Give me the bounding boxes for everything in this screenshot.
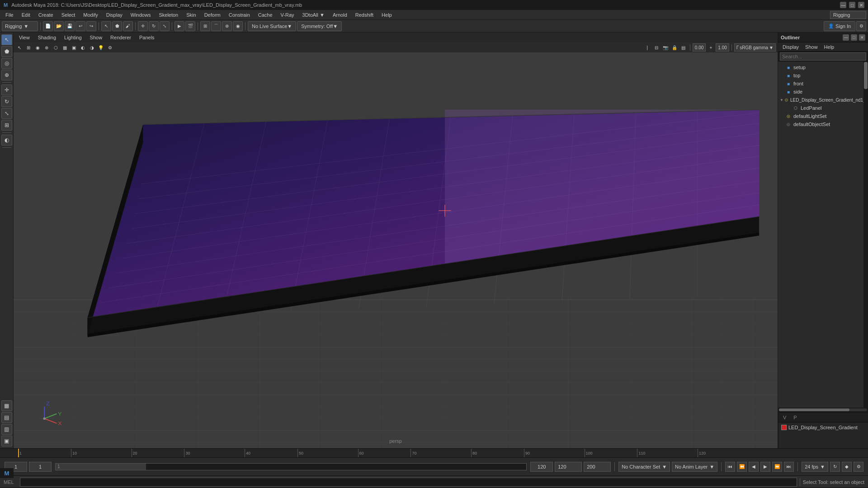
save-scene-button[interactable]: 💾 <box>65 21 75 31</box>
pb-current-field[interactable]: 1 <box>29 462 52 472</box>
vst-resolution-btn[interactable]: ▤ <box>679 43 688 52</box>
lasso-select-button[interactable]: ⬟ <box>112 21 122 31</box>
menu-vray[interactable]: V-Ray <box>277 11 298 19</box>
rotate-tool-button[interactable]: ↻ <box>149 21 159 31</box>
vst-btn-8[interactable]: ◐ <box>79 43 87 52</box>
vst-btn-9[interactable]: ◑ <box>88 43 96 52</box>
layout-button-1[interactable]: ▦ <box>1 400 12 411</box>
outliner-search-input[interactable] <box>780 52 866 61</box>
menu-create[interactable]: Create <box>35 11 57 19</box>
lasso-button[interactable]: ⬟ <box>1 46 12 57</box>
pb-end-field[interactable]: 120 <box>530 462 553 472</box>
scale-tool-button[interactable]: ⤡ <box>160 21 170 31</box>
vst-btn-6[interactable]: ▦ <box>61 43 69 52</box>
layer-v-label[interactable]: V <box>781 415 788 420</box>
vst-iso-btn[interactable]: ⊟ <box>652 43 660 52</box>
pb-field6[interactable]: 200 <box>584 462 611 472</box>
pb-field5[interactable]: 120 <box>555 462 582 472</box>
tree-item-led-panel[interactable]: ⬡ LedPanel <box>778 104 863 112</box>
layer-p-label[interactable]: P <box>792 415 798 420</box>
vst-value1[interactable]: 0.00 <box>693 43 706 52</box>
vst-btn-4[interactable]: ⊕ <box>42 43 51 52</box>
layout-button-4[interactable]: ▣ <box>1 436 12 446</box>
universal-lt-button[interactable]: ⊞ <box>1 120 12 131</box>
symmetry-button[interactable]: Symmetry: Off ▼ <box>297 21 342 31</box>
menu-windows[interactable]: Windows <box>127 11 155 19</box>
select-arrow-button[interactable]: ↖ <box>1 34 12 45</box>
timeline-ruler[interactable]: 1 10 20 30 40 50 60 70 80 90 100 110 120 <box>0 448 868 457</box>
tree-item-objset[interactable]: ◎ defaultObjectSet <box>778 120 863 128</box>
menu-select[interactable]: Select <box>58 11 79 19</box>
settings-button[interactable]: ⚙ <box>856 21 866 31</box>
no-anim-layer-dropdown[interactable]: No Anim Layer ▼ <box>672 462 717 472</box>
viewport-menu-lighting[interactable]: Lighting <box>61 34 85 41</box>
move-lt-button[interactable]: ✛ <box>1 84 12 95</box>
menu-display[interactable]: Display <box>103 11 126 19</box>
sign-in-button[interactable]: 👤 Sign In <box>824 21 855 31</box>
new-scene-button[interactable]: 📄 <box>43 21 53 31</box>
tree-item-led-display[interactable]: ▼ ⚙ LED_Display_Screen_Gradient_nd1_1 <box>778 96 863 104</box>
open-scene-button[interactable]: 📂 <box>54 21 64 31</box>
paint-select-button[interactable]: 🖌 <box>123 21 133 31</box>
paint-sel-button[interactable]: ◎ <box>1 58 12 69</box>
outliner-hscroll-thumb[interactable] <box>779 408 849 411</box>
vst-btn-11[interactable]: ⚙ <box>106 43 114 52</box>
soft-mod-button[interactable]: ◐ <box>1 135 12 145</box>
viewport-menu-show[interactable]: Show <box>87 34 105 41</box>
step-forward-button[interactable]: ⏩ <box>772 462 782 472</box>
menu-cache[interactable]: Cache <box>255 11 276 19</box>
settings-pb-button[interactable]: ⚙ <box>854 462 863 472</box>
vst-value2[interactable]: 1.00 <box>716 43 729 52</box>
vst-btn-1[interactable]: ↖ <box>15 43 24 52</box>
outliner-hscroll[interactable] <box>778 408 868 412</box>
menu-constrain[interactable]: Constrain <box>225 11 254 19</box>
snap-view-button[interactable]: ◉ <box>233 21 243 31</box>
go-to-end-button[interactable]: ⏭ <box>784 462 794 472</box>
no-live-surface-button[interactable]: No Live Surface ▼ <box>248 21 296 31</box>
viewport-menu-panels[interactable]: Panels <box>137 34 157 41</box>
outliner-minimize-button[interactable]: — <box>843 34 849 41</box>
undo-button[interactable]: ↩ <box>75 21 85 31</box>
tree-item-setup[interactable]: ■ setup <box>778 63 863 71</box>
outliner-hscroll-track[interactable] <box>779 408 867 411</box>
minimize-button[interactable]: — <box>840 2 846 8</box>
outliner-vscroll[interactable] <box>863 61 868 408</box>
menu-skin[interactable]: Skin <box>183 11 199 19</box>
menu-modify[interactable]: Modify <box>80 11 101 19</box>
vst-lock-btn[interactable]: 🔒 <box>670 43 679 52</box>
outliner-menu-help[interactable]: Help <box>821 43 837 51</box>
layout-button-3[interactable]: ▥ <box>1 424 12 435</box>
vst-gamma-dropdown[interactable]: Γ sRGB gamma ▼ <box>734 43 776 52</box>
tree-item-side[interactable]: ■ side <box>778 88 863 96</box>
snap-point-button[interactable]: ⊕ <box>222 21 232 31</box>
play-forward-button[interactable]: ▶ <box>760 462 770 472</box>
transform-sel-button[interactable]: ⊕ <box>1 70 12 80</box>
no-character-set-dropdown[interactable]: No Character Set ▼ <box>618 462 670 472</box>
vst-btn-10[interactable]: 💡 <box>97 43 105 52</box>
viewport-menu-shading[interactable]: Shading <box>35 34 59 41</box>
outliner-maximize-button[interactable]: □ <box>851 34 857 41</box>
menu-deform[interactable]: Deform <box>201 11 224 19</box>
timeline-playhead[interactable] <box>18 449 19 457</box>
fps-dropdown[interactable]: 24 fps ▼ <box>802 462 828 472</box>
maximize-button[interactable]: □ <box>849 2 855 8</box>
menu-help[interactable]: Help <box>378 11 396 19</box>
move-tool-button[interactable]: ✛ <box>138 21 148 31</box>
go-to-start-button[interactable]: ⏮ <box>725 462 735 472</box>
timeline-scrubbar[interactable]: 1 <box>55 463 527 470</box>
rotate-lt-button[interactable]: ↻ <box>1 96 12 107</box>
workspace-dropdown[interactable]: Rigging ▼ <box>2 21 38 31</box>
outliner-menu-display[interactable]: Display <box>780 43 802 51</box>
menu-3dtoall[interactable]: 3DtoAll ▼ <box>299 11 328 19</box>
viewport-menu-view[interactable]: View <box>16 34 33 41</box>
render-button[interactable]: ▶ <box>175 21 184 31</box>
viewport-menu-renderer[interactable]: Renderer <box>108 34 134 41</box>
layout-button-2[interactable]: ▤ <box>1 412 12 423</box>
vst-btn-7[interactable]: ▣ <box>70 43 78 52</box>
vst-btn-3[interactable]: ◉ <box>33 43 42 52</box>
menu-file[interactable]: File <box>2 11 17 19</box>
vst-btn-5[interactable]: ⬡ <box>52 43 60 52</box>
outliner-close-button[interactable]: ✕ <box>859 34 865 41</box>
tree-item-front[interactable]: ■ front <box>778 80 863 88</box>
vst-plus-btn[interactable]: + <box>707 43 715 52</box>
